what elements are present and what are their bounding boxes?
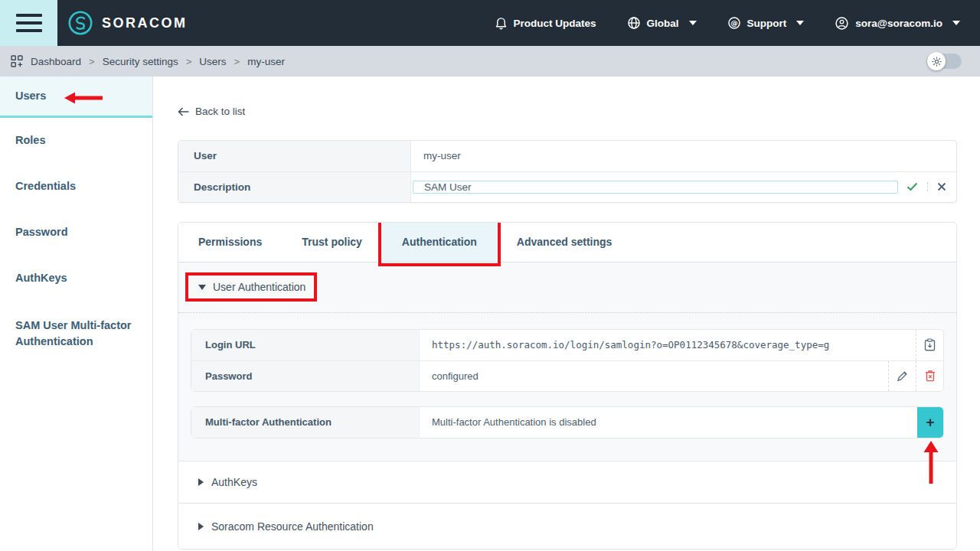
- globe-icon: [627, 16, 641, 30]
- brand-name: SORACOM: [102, 15, 188, 31]
- sidebar-item-label: Users: [15, 88, 46, 104]
- user-value: my-user: [411, 141, 956, 171]
- top-navbar: SORACOM Product Updates Global @ Support: [0, 0, 980, 46]
- expand-triangle-icon: [198, 478, 204, 486]
- coverage-selector[interactable]: Global: [627, 16, 697, 30]
- sidebar-item-credentials[interactable]: Credentials: [0, 164, 152, 210]
- tab-label: Permissions: [198, 236, 262, 248]
- login-url-value: https://auth.soracom.io/login/samlogin?o…: [420, 330, 916, 360]
- user-settings-panel: Permissions Trust policy Authentication …: [178, 222, 957, 549]
- tab-label: Authentication: [402, 236, 477, 248]
- tab-advanced-settings[interactable]: Advanced settings: [497, 223, 632, 262]
- breadcrumb-dashboard[interactable]: Dashboard: [31, 56, 81, 67]
- product-updates-label: Product Updates: [514, 18, 596, 29]
- breadcrumb-separator: >: [234, 56, 240, 67]
- user-authentication-title-wrap: User Authentication: [198, 281, 305, 293]
- bell-icon: [495, 16, 508, 31]
- coverage-label: Global: [647, 18, 679, 29]
- sidebar-item-label: AuthKeys: [15, 270, 67, 286]
- confirm-description-button[interactable]: [898, 182, 927, 191]
- description-label: Description: [178, 172, 411, 202]
- tab-authentication[interactable]: Authentication: [382, 223, 497, 262]
- navbar-menu: Product Updates Global @ Support: [495, 16, 980, 31]
- password-label: Password: [191, 361, 420, 391]
- soracom-logo[interactable]: SORACOM: [67, 10, 188, 36]
- sidebar-item-password[interactable]: Password: [0, 210, 152, 256]
- description-value-cell: [411, 172, 956, 202]
- support-label: Support: [747, 18, 787, 29]
- svg-text:@: @: [730, 18, 738, 27]
- sidebar-item-label: SAM User Multi-factor Authentication: [15, 318, 139, 350]
- back-to-list-link[interactable]: Back to list: [178, 106, 245, 117]
- tab-trust-policy[interactable]: Trust policy: [282, 223, 382, 262]
- account-menu[interactable]: sora@soracom.io: [835, 16, 960, 31]
- back-arrow-icon: [178, 107, 189, 116]
- resource-authentication-section-title: Soracom Resource Authentication: [211, 520, 374, 533]
- breadcrumb-my-user[interactable]: my-user: [247, 56, 285, 67]
- user-circle-icon: [835, 16, 849, 31]
- sidebar-item-authkeys[interactable]: AuthKeys: [0, 256, 152, 302]
- resource-authentication-section-toggle[interactable]: Soracom Resource Authentication: [178, 503, 956, 549]
- sidebar: Users Roles Credentials Password AuthKey…: [0, 77, 153, 551]
- dashboard-grid-icon: [11, 55, 23, 67]
- edit-password-button[interactable]: [888, 361, 916, 391]
- user-authentication-body: Login URL https://auth.soracom.io/login/…: [178, 313, 956, 439]
- chevron-down-icon: [796, 21, 804, 25]
- copy-icon: [924, 338, 936, 351]
- hamburger-icon: [16, 21, 42, 24]
- main-content: Back to list User my-user Description: [153, 77, 980, 551]
- sun-icon: [932, 57, 942, 67]
- login-url-row: Login URL https://auth.soracom.io/login/…: [191, 330, 943, 360]
- sidebar-item-sam-user-mfa[interactable]: SAM User Multi-factor Authentication: [0, 302, 152, 366]
- sidebar-item-label: Credentials: [15, 178, 76, 194]
- tab-permissions[interactable]: Permissions: [178, 223, 282, 262]
- user-authentication-title: User Authentication: [213, 281, 305, 293]
- copy-login-url-button[interactable]: [916, 330, 943, 360]
- collapse-triangle-icon: [198, 285, 206, 290]
- chevron-down-icon: [689, 21, 697, 25]
- breadcrumb-separator: >: [186, 56, 192, 67]
- user-authentication-section: User Authentication Login URL https://au…: [178, 262, 956, 461]
- password-value: configured: [420, 361, 888, 391]
- delete-password-button[interactable]: [916, 361, 943, 391]
- sidebar-item-label: Password: [15, 224, 68, 240]
- password-row: Password configured: [191, 360, 943, 391]
- expand-triangle-icon: [198, 523, 204, 530]
- pencil-icon: [897, 370, 908, 382]
- authkeys-section-toggle[interactable]: AuthKeys: [178, 461, 956, 503]
- description-input[interactable]: [413, 181, 898, 194]
- theme-toggle[interactable]: [926, 54, 962, 69]
- breadcrumb: Dashboard > Security settings > Users > …: [0, 46, 980, 77]
- theme-toggle-knob: [927, 52, 946, 70]
- authkeys-section-title: AuthKeys: [211, 476, 257, 488]
- tab-label: Advanced settings: [517, 236, 612, 248]
- user-details-table: User my-user Description: [178, 140, 957, 203]
- breadcrumb-users[interactable]: Users: [199, 56, 226, 67]
- breadcrumb-security-settings[interactable]: Security settings: [103, 56, 178, 67]
- support-icon: @: [727, 16, 741, 30]
- cancel-description-button[interactable]: [927, 182, 957, 191]
- close-icon: [937, 182, 946, 191]
- hamburger-icon: [16, 14, 42, 17]
- breadcrumb-separator: >: [89, 56, 95, 67]
- table-row: Description: [178, 171, 956, 202]
- hamburger-icon: [16, 29, 42, 32]
- trash-icon: [925, 370, 936, 382]
- user-authentication-section-toggle[interactable]: User Authentication: [178, 262, 956, 313]
- login-url-label: Login URL: [191, 330, 420, 360]
- table-row: User my-user: [178, 141, 956, 171]
- support-menu[interactable]: @ Support: [727, 16, 805, 30]
- sidebar-item-roles[interactable]: Roles: [0, 118, 152, 164]
- sidebar-item-users[interactable]: Users: [0, 77, 152, 118]
- add-mfa-button[interactable]: +: [917, 407, 943, 438]
- user-label: User: [178, 141, 411, 171]
- check-icon: [906, 182, 918, 191]
- login-credentials-group: Login URL https://auth.soracom.io/login/…: [191, 329, 944, 392]
- hamburger-menu-button[interactable]: [0, 0, 57, 46]
- description-edit-actions: [898, 182, 956, 191]
- sidebar-item-label: Roles: [15, 132, 46, 148]
- mfa-group: Multi-factor Authentication Multi-factor…: [191, 406, 944, 439]
- tab-label: Trust policy: [302, 236, 362, 248]
- mfa-status-value: Multi-factor Authentication is disabled: [420, 407, 917, 438]
- product-updates-button[interactable]: Product Updates: [495, 16, 596, 31]
